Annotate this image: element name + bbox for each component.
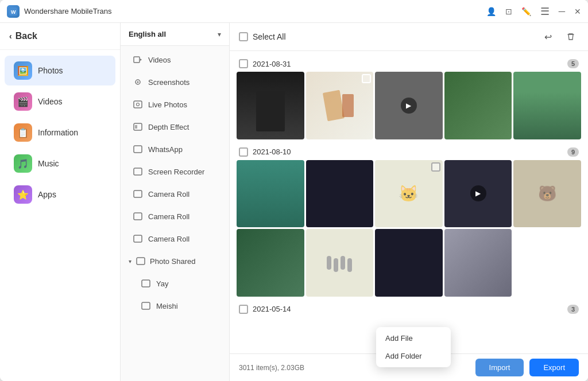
middle-item-videos[interactable]: Videos — [124, 49, 226, 71]
svg-rect-16 — [142, 280, 150, 287]
videos-nav-icon: 🎬 — [14, 92, 32, 111]
photo-thumb[interactable]: 🐻 — [513, 160, 581, 228]
sidebar-item-information[interactable]: 📋 Information — [5, 118, 115, 147]
delete-button[interactable] — [563, 29, 579, 45]
sidebar-item-music[interactable]: 🎵 Music — [5, 149, 115, 178]
sidebar-item-photos[interactable]: 🖼️ Photos — [5, 56, 115, 85]
middle-menu: Videos Screenshots Live Photos — [121, 46, 229, 381]
date-1-checkbox[interactable] — [239, 59, 248, 68]
date-3-label: 2021-05-14 — [253, 305, 291, 313]
camera-roll-2-label: Camera Roll — [148, 212, 189, 221]
photo-thumb[interactable]: ▶ — [444, 160, 512, 228]
yay-icon — [140, 278, 152, 289]
window-icon[interactable]: ⊡ — [505, 7, 512, 16]
apps-label: Apps — [38, 190, 56, 199]
photo-thumb[interactable] — [237, 72, 304, 139]
svg-rect-17 — [142, 302, 150, 309]
screen-recorder-label: Screen Recorder — [148, 168, 204, 176]
photo-thumb[interactable]: ▶ — [375, 72, 443, 139]
live-photos-icon — [132, 99, 144, 110]
depth-effect-label: Depth Effect — [148, 123, 189, 131]
photo-shared-header[interactable]: ▾ Photo Shared — [121, 250, 229, 272]
date-3-count: 3 — [567, 305, 579, 314]
close-button[interactable]: ✕ — [574, 7, 581, 16]
dropdown-selector[interactable]: English all ▾ — [121, 23, 229, 46]
apps-icon: ⭐ — [14, 185, 32, 204]
svg-rect-2 — [134, 57, 140, 63]
select-all-checkbox[interactable] — [239, 32, 248, 41]
date-section-2: 2021-08-10 9 🐱 — [237, 144, 581, 297]
camera-roll-2-icon — [132, 211, 144, 222]
date-2-count: 9 — [567, 147, 579, 157]
middle-item-depth-effect[interactable]: Depth Effect — [124, 116, 226, 138]
middle-item-live-photos[interactable]: Live Photos — [124, 94, 226, 115]
photo-grid-1: ▶ — [237, 72, 581, 139]
photo-shared-icon — [135, 255, 146, 267]
meishi-icon — [140, 300, 152, 312]
information-icon: 📋 — [14, 123, 32, 142]
photo-thumb[interactable] — [237, 160, 304, 228]
photo-thumb[interactable] — [444, 72, 512, 139]
middle-item-camera-roll-2[interactable]: Camera Roll — [124, 205, 226, 227]
information-label: Information — [38, 128, 78, 137]
play-button[interactable]: ▶ — [470, 185, 486, 201]
camera-roll-1-label: Camera Roll — [148, 190, 189, 199]
whatsapp-icon — [132, 143, 144, 155]
screenshots-label: Screenshots — [148, 78, 189, 87]
status-text: 3011 item(s), 2.03GB — [239, 364, 304, 372]
music-icon: 🎵 — [14, 154, 32, 173]
middle-item-whatsapp[interactable]: WhatsApp — [124, 138, 226, 160]
photo-select-overlay[interactable] — [362, 74, 371, 83]
svg-point-5 — [137, 81, 139, 83]
date-3-checkbox[interactable] — [239, 305, 248, 314]
photo-thumb[interactable] — [306, 72, 374, 139]
back-button[interactable]: ‹ Back — [0, 23, 120, 50]
middle-item-camera-roll-3[interactable]: Camera Roll — [124, 228, 226, 250]
photo-thumb[interactable] — [306, 229, 374, 297]
play-button[interactable]: ▶ — [401, 98, 417, 114]
photo-thumb[interactable] — [513, 72, 581, 139]
sidebar-item-videos[interactable]: 🎬 Videos — [5, 87, 115, 116]
back-arrow-icon: ‹ — [9, 32, 12, 41]
photos-icon: 🖼️ — [14, 61, 32, 80]
photo-grid-container: 2021-08-31 5 — [230, 51, 588, 353]
svg-point-7 — [137, 103, 140, 106]
svg-marker-3 — [140, 59, 142, 61]
svg-rect-15 — [137, 258, 145, 265]
middle-item-screen-recorder[interactable]: Screen Recorder — [124, 161, 226, 182]
meishi-label: Meishi — [156, 302, 178, 310]
yay-label: Yay — [156, 279, 168, 288]
photo-thumb[interactable] — [375, 229, 443, 297]
export-button[interactable]: Export — [529, 359, 579, 376]
sidebar-item-apps[interactable]: ⭐ Apps — [5, 180, 115, 209]
camera-roll-3-icon — [132, 233, 144, 244]
videos-middle-icon — [132, 54, 144, 65]
date-section-1: 2021-08-31 5 — [237, 56, 581, 139]
svg-rect-13 — [134, 213, 142, 220]
photo-thumb[interactable]: 🐱 — [375, 160, 443, 228]
user-icon[interactable]: 👤 — [486, 7, 496, 16]
edit-icon[interactable]: ✏️ — [521, 7, 531, 16]
photo-thumb[interactable] — [237, 229, 304, 297]
middle-item-camera-roll-1[interactable]: Camera Roll — [124, 183, 226, 205]
context-add-folder[interactable]: Add Folder — [376, 347, 451, 365]
music-label: Music — [38, 159, 59, 168]
photos-label: Photos — [38, 66, 63, 75]
menu-icon[interactable]: ☰ — [540, 5, 550, 18]
date-2-checkbox[interactable] — [239, 147, 248, 157]
svg-rect-14 — [134, 235, 142, 242]
undo-button[interactable]: ↩ — [540, 29, 556, 45]
minimize-button[interactable]: ─ — [559, 6, 565, 17]
photo-thumb[interactable] — [444, 229, 512, 297]
middle-item-meishi[interactable]: Meishi — [124, 295, 226, 317]
photo-thumb[interactable] — [306, 160, 374, 228]
live-photos-label: Live Photos — [148, 100, 187, 109]
context-add-file[interactable]: Add File — [376, 329, 451, 347]
toolbar: Select All ↩ — [230, 23, 588, 51]
middle-item-screenshots[interactable]: Screenshots — [124, 71, 226, 93]
middle-item-yay[interactable]: Yay — [124, 273, 226, 294]
svg-rect-12 — [134, 190, 142, 197]
date-section-3: 2021-05-14 3 — [237, 301, 581, 317]
import-button[interactable]: Import — [475, 359, 524, 376]
photo-shared-triangle-icon: ▾ — [129, 258, 131, 265]
